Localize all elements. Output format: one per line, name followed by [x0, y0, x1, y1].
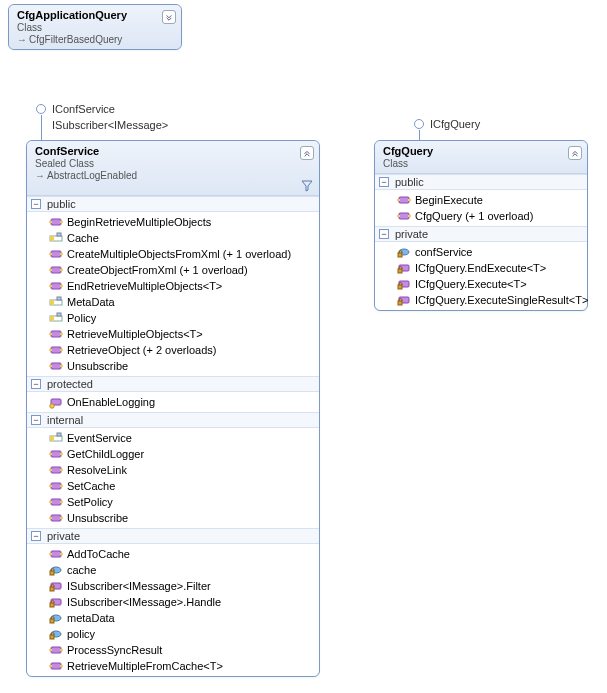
member-name: BeginRetrieveMultipleObjects [67, 214, 211, 230]
section-body-public: BeginExecuteCfgQuery (+ 1 overload) [375, 190, 587, 226]
member-name: OnEnableLogging [67, 394, 155, 410]
member-name: RetrieveObject (+ 2 overloads) [67, 342, 216, 358]
method-priv-icon [49, 595, 63, 609]
class-box-confservice[interactable]: ConfService Sealed Class →AbstractLogEna… [26, 140, 320, 677]
member-row[interactable]: ProcessSyncResult [27, 642, 319, 658]
section-header-private[interactable]: − private [375, 226, 587, 242]
class-box-cfgquery[interactable]: CfgQuery Class − public BeginExecuteCfgQ… [374, 140, 588, 311]
method-icon [49, 463, 63, 477]
collapse-minus-icon: − [379, 177, 389, 187]
member-name: RetrieveMultipleObjects<T> [67, 326, 203, 342]
member-row[interactable]: EndRetrieveMultipleObjects<T> [27, 278, 319, 294]
member-row[interactable]: CreateObjectFromXml (+ 1 overload) [27, 262, 319, 278]
member-row[interactable]: CfgQuery (+ 1 overload) [375, 208, 587, 224]
member-row[interactable]: RetrieveMultipleFromCache<T> [27, 658, 319, 674]
member-name: ResolveLink [67, 462, 127, 478]
method-icon [49, 547, 63, 561]
member-name: RetrieveMultipleFromCache<T> [67, 658, 223, 674]
member-row[interactable]: ICfgQuery.Execute<T> [375, 276, 587, 292]
svg-rect-80 [398, 285, 402, 289]
interface-lollipop-icfgquery: ICfgQuery [414, 118, 480, 130]
member-row[interactable]: policy [27, 626, 319, 642]
member-name: MetaData [67, 294, 115, 310]
member-row[interactable]: RetrieveMultipleObjects<T> [27, 326, 319, 342]
member-row[interactable]: Cache [27, 230, 319, 246]
member-name: BeginExecute [415, 192, 483, 208]
member-row[interactable]: ISubscriber<IMessage>.Filter [27, 578, 319, 594]
svg-rect-28 [49, 365, 52, 367]
method-icon [49, 247, 63, 261]
interface-label: ICfgQuery [430, 118, 480, 130]
collapse-minus-icon: − [379, 229, 389, 239]
member-row[interactable]: confService [375, 244, 587, 260]
section-header-protected[interactable]: − protected [27, 376, 319, 392]
filter-icon[interactable] [301, 180, 313, 192]
method-priv-icon [397, 261, 411, 275]
class-box-cfgapplicationquery[interactable]: CfgApplicationQuery Class →CfgFilterBase… [8, 4, 182, 50]
member-name: ProcessSyncResult [67, 642, 162, 658]
member-name: GetChildLogger [67, 446, 144, 462]
member-name: CreateObjectFromXml (+ 1 overload) [67, 262, 248, 278]
member-row[interactable]: ISubscriber<IMessage>.Handle [27, 594, 319, 610]
field-icon [49, 611, 63, 625]
member-row[interactable]: Policy [27, 310, 319, 326]
expand-toggle-icon[interactable] [162, 10, 176, 24]
member-row[interactable]: CreateMultipleObjectsFromXml (+ 1 overlo… [27, 246, 319, 262]
member-row[interactable]: ICfgQuery.ExecuteSingleResult<T> [375, 292, 587, 308]
section-header-public[interactable]: − public [27, 196, 319, 212]
member-row[interactable]: ResolveLink [27, 462, 319, 478]
member-row[interactable]: OnEnableLogging [27, 394, 319, 410]
section-header-public[interactable]: − public [375, 174, 587, 190]
member-row[interactable]: MetaData [27, 294, 319, 310]
member-row[interactable]: EventService [27, 430, 319, 446]
method-icon [49, 479, 63, 493]
section-label: public [395, 176, 424, 188]
member-name: ISubscriber<IMessage>.Filter [67, 578, 211, 594]
member-row[interactable]: AddToCache [27, 546, 319, 562]
svg-rect-20 [57, 313, 61, 316]
svg-rect-17 [57, 297, 61, 300]
svg-rect-21 [51, 331, 61, 337]
svg-rect-27 [51, 363, 61, 369]
collapse-minus-icon: − [31, 415, 41, 425]
svg-rect-7 [49, 253, 52, 255]
inherits-arrow-icon: → [35, 170, 45, 181]
member-row[interactable]: SetCache [27, 478, 319, 494]
member-row[interactable]: ICfgQuery.EndExecute<T> [375, 260, 587, 276]
class-inherits: →AbstractLogEnabled [35, 170, 313, 181]
svg-rect-14 [60, 285, 63, 287]
section-header-internal[interactable]: − internal [27, 412, 319, 428]
svg-rect-68 [60, 665, 63, 667]
member-name: confService [415, 244, 472, 260]
member-name: CfgQuery (+ 1 overload) [415, 208, 533, 224]
member-row[interactable]: GetChildLogger [27, 446, 319, 462]
class-title: CfgQuery [383, 145, 581, 157]
member-row[interactable]: RetrieveObject (+ 2 overloads) [27, 342, 319, 358]
svg-rect-52 [60, 553, 63, 555]
svg-rect-70 [397, 199, 400, 201]
svg-rect-34 [57, 433, 61, 436]
svg-rect-5 [57, 233, 61, 236]
svg-rect-38 [51, 467, 61, 473]
collapse-toggle-icon[interactable] [568, 146, 582, 160]
svg-rect-36 [49, 453, 52, 455]
interface-label: IConfService [52, 103, 115, 115]
member-row[interactable]: Unsubscribe [27, 358, 319, 374]
svg-rect-47 [51, 515, 61, 521]
svg-rect-49 [60, 517, 63, 519]
class-stereotype: Class [17, 22, 175, 33]
method-icon [49, 659, 63, 673]
member-row[interactable]: metaData [27, 610, 319, 626]
collapse-toggle-icon[interactable] [300, 146, 314, 160]
member-name: ISubscriber<IMessage>.Handle [67, 594, 221, 610]
inherits-arrow-icon: → [17, 34, 27, 45]
section-label: private [47, 530, 80, 542]
member-row[interactable]: SetPolicy [27, 494, 319, 510]
section-header-private[interactable]: − private [27, 528, 319, 544]
member-row[interactable]: cache [27, 562, 319, 578]
svg-rect-1 [49, 221, 52, 223]
member-row[interactable]: BeginExecute [375, 192, 587, 208]
method-priv-icon [397, 277, 411, 291]
member-row[interactable]: Unsubscribe [27, 510, 319, 526]
member-row[interactable]: BeginRetrieveMultipleObjects [27, 214, 319, 230]
